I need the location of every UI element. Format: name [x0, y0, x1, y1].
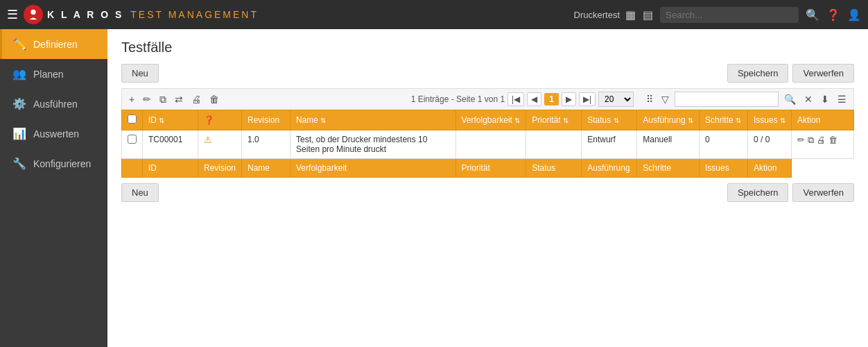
- topbar-user-icon[interactable]: 👤: [847, 8, 861, 22]
- prev-page-btn[interactable]: ◀: [527, 92, 541, 106]
- brand-tm: TEST MANAGEMENT: [130, 9, 259, 20]
- sidebar-item-konfigurieren[interactable]: 🔧 Konfigurieren: [0, 149, 107, 178]
- th-id-label: ID: [148, 115, 157, 125]
- copy-icon[interactable]: ⧉: [157, 92, 169, 107]
- delete-icon[interactable]: 🗑: [207, 92, 222, 106]
- row-print-icon[interactable]: 🖨: [817, 135, 826, 146]
- svg-point-0: [31, 10, 35, 15]
- print-icon[interactable]: 🖨: [189, 92, 204, 106]
- row-prioritat-cell: [526, 130, 582, 159]
- grid-view-icon2[interactable]: ▤: [643, 8, 653, 22]
- table-toolbar: + ✏ ⧉ ⇄ 🖨 🗑 1 Einträge - Seite 1 von 1 |…: [121, 88, 854, 110]
- sidebar-item-auswerten[interactable]: 📊 Auswerten: [0, 119, 107, 149]
- footer-cell-verf: Verfolgbarkeit: [290, 159, 455, 178]
- row-checkbox[interactable]: [128, 135, 137, 144]
- footer-cell-ausf: Ausführung: [582, 159, 637, 178]
- row-ausfuhrung-cell: Manuell: [637, 130, 700, 159]
- sidebar-item-ausfuhren[interactable]: ⚙️ Ausführen: [0, 89, 107, 119]
- move-icon[interactable]: ⇄: [172, 92, 186, 106]
- topbar-help-icon[interactable]: ❓: [826, 8, 840, 22]
- row-revision: 1.0: [248, 135, 259, 144]
- pagination-label: 1 Einträge - Seite 1 von 1: [411, 94, 505, 104]
- row-aktion-cell: ✏ ⧉ 🖨 🗑: [792, 130, 854, 159]
- th-issues-label: Issues: [754, 115, 778, 125]
- sidebar-item-label-konfigurieren: Konfigurieren: [33, 158, 91, 169]
- select-all-checkbox[interactable]: [128, 115, 137, 124]
- verfolgbarkeit-sort-arrow: ⇅: [514, 117, 520, 124]
- th-status-label: Status: [587, 115, 611, 125]
- sidebar-item-label-auswerten: Auswerten: [33, 128, 79, 139]
- sidebar-item-definieren[interactable]: ✏️ Definieren: [0, 29, 107, 59]
- row-schritte: 0: [705, 135, 710, 144]
- columns-icon[interactable]: ⠿: [643, 92, 656, 106]
- table-row: TC00001 ⚠ 1.0 Test, ob der Drucker minde…: [122, 130, 854, 159]
- data-table: ID ⇅ ❓ Revision Name ⇅ Verfolgbarkeit ⇅: [121, 110, 854, 178]
- topbar-search-icon[interactable]: 🔍: [806, 8, 819, 22]
- row-issues: 0 / 0: [754, 135, 770, 144]
- new-button-top[interactable]: Neu: [121, 64, 159, 83]
- ausfuhren-icon: ⚙️: [12, 97, 26, 110]
- warning-header-icon: ❓: [204, 115, 214, 125]
- row-name-cell: Test, ob der Drucker mindestens 10 Seite…: [290, 130, 455, 159]
- bottom-right-buttons: Speichern Verwerfen: [727, 183, 854, 202]
- brand-klaros: K L A R O S: [47, 9, 123, 20]
- th-prioritat-label: Priorität: [532, 115, 560, 125]
- row-checkbox-cell: [122, 130, 143, 159]
- table-export-icon[interactable]: ⬇: [818, 92, 832, 106]
- table-clear-search-icon[interactable]: ✕: [801, 92, 815, 106]
- table-footer-row: ID Revision Name Verfolgbarkeit Prioritä…: [122, 159, 854, 178]
- topbar: ☰ K L A R O S TEST MANAGEMENT Druckertes…: [0, 0, 868, 29]
- page-title: Testfälle: [121, 40, 854, 56]
- th-name-label: Name: [296, 115, 318, 125]
- edit-icon[interactable]: ✏: [140, 92, 154, 106]
- last-page-btn[interactable]: ▶|: [579, 92, 596, 106]
- discard-button-top[interactable]: Verwerfen: [792, 64, 854, 83]
- sidebar: ✏️ Definieren 👥 Planen ⚙️ Ausführen 📊 Au…: [0, 29, 107, 347]
- row-delete-icon[interactable]: 🗑: [828, 135, 837, 146]
- row-id: TC00001: [148, 135, 182, 144]
- th-revision-label: Revision: [248, 115, 279, 125]
- discard-button-bottom[interactable]: Verwerfen: [792, 183, 854, 202]
- logo-icon: [24, 5, 43, 24]
- table-search-icon[interactable]: 🔍: [781, 92, 799, 106]
- th-prioritat[interactable]: Priorität ⇅: [526, 110, 582, 130]
- topbar-search-input[interactable]: [660, 7, 799, 23]
- grid-view-icon1[interactable]: ▦: [625, 8, 636, 22]
- footer-cell-rev: Revision: [198, 159, 242, 178]
- th-name[interactable]: Name ⇅: [290, 110, 455, 130]
- th-ausfuhrung-label: Ausführung: [643, 115, 685, 125]
- row-edit-icon[interactable]: ✏: [797, 135, 805, 146]
- name-sort-arrow: ⇅: [320, 117, 326, 124]
- row-issues-cell: 0 / 0: [747, 130, 791, 159]
- th-status[interactable]: Status ⇅: [582, 110, 637, 130]
- save-button-top[interactable]: Speichern: [727, 64, 789, 83]
- table-toolbar-right: ⠿ ▽ 🔍 ✕ ⬇ ☰: [643, 92, 849, 107]
- main-layout: ✏️ Definieren 👥 Planen ⚙️ Ausführen 📊 Au…: [0, 29, 868, 347]
- save-button-bottom[interactable]: Speichern: [727, 183, 789, 202]
- table-search-input[interactable]: [675, 92, 779, 107]
- table-header-row: ID ⇅ ❓ Revision Name ⇅ Verfolgbarkeit ⇅: [122, 110, 854, 130]
- th-ausfuhrung[interactable]: Ausführung ⇅: [637, 110, 700, 130]
- row-copy-icon[interactable]: ⧉: [808, 135, 814, 146]
- id-sort-arrow: ⇅: [159, 117, 164, 124]
- table-settings-icon[interactable]: ☰: [835, 92, 849, 106]
- th-verfolgbarkeit[interactable]: Verfolgbarkeit ⇅: [455, 110, 526, 130]
- row-revision-cell: 1.0: [242, 130, 290, 159]
- filter-icon[interactable]: ▽: [659, 92, 672, 106]
- next-page-btn[interactable]: ▶: [562, 92, 576, 106]
- current-page: 1: [544, 93, 559, 105]
- new-button-bottom[interactable]: Neu: [121, 183, 159, 202]
- add-row-icon[interactable]: +: [126, 92, 137, 106]
- per-page-select[interactable]: 20 50 100: [598, 92, 634, 107]
- th-id[interactable]: ID ⇅: [143, 110, 198, 130]
- th-checkbox: [122, 110, 143, 130]
- th-schritte-label: Schritte: [705, 115, 734, 125]
- first-page-btn[interactable]: |◀: [507, 92, 524, 106]
- row-ausfuhrung: Manuell: [643, 135, 672, 144]
- content-area: Testfälle Neu Speichern Verwerfen + ✏ ⧉ …: [107, 29, 868, 347]
- row-id-cell: TC00001: [143, 130, 198, 159]
- th-schritte[interactable]: Schritte ⇅: [699, 110, 747, 130]
- th-issues[interactable]: Issues ⇅: [747, 110, 791, 130]
- menu-icon[interactable]: ☰: [7, 7, 18, 22]
- sidebar-item-planen[interactable]: 👥 Planen: [0, 59, 107, 89]
